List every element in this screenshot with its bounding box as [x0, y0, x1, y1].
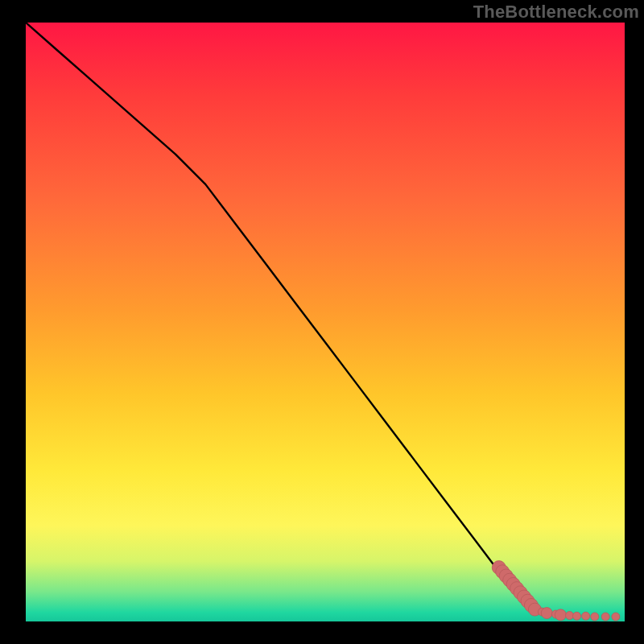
- scatter-point: [566, 612, 574, 620]
- scatter-point: [612, 613, 620, 621]
- scatter-point: [572, 612, 580, 620]
- scatter-point: [582, 612, 590, 620]
- chart-container: TheBottleneck.com: [0, 0, 644, 644]
- plot-area: [26, 23, 625, 621]
- scatter-point: [541, 608, 552, 619]
- chart-svg: [26, 23, 625, 621]
- scatter-point: [591, 613, 599, 621]
- watermark-text: TheBottleneck.com: [473, 2, 639, 23]
- scatter-point: [601, 613, 609, 621]
- scatter-point: [555, 609, 566, 621]
- gradient-background: [26, 23, 625, 621]
